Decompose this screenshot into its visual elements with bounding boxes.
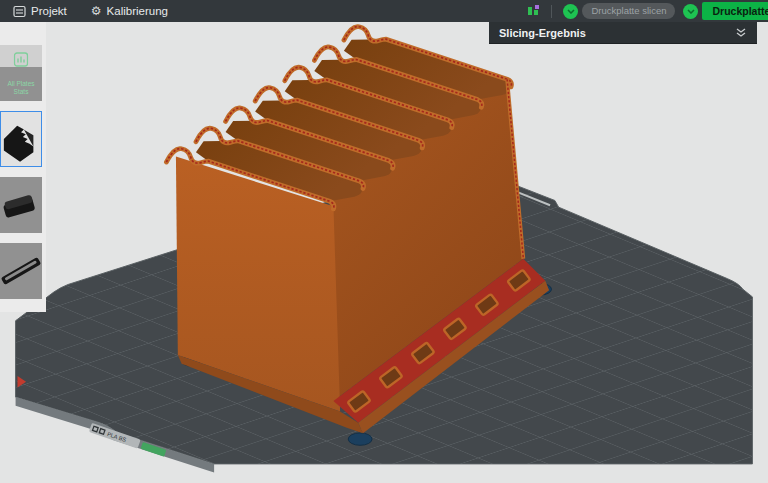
- project-icon: [13, 5, 26, 18]
- menu-calibration-label: Kalibrierung: [107, 5, 168, 17]
- slice-plate-button[interactable]: Druckplatte slicen: [582, 3, 675, 19]
- gear-icon: ⚙: [91, 5, 102, 17]
- double-chevron-down-icon: [735, 28, 747, 38]
- topbar-actions: Druckplatte slicen Druckplatte drucken: [526, 0, 768, 22]
- viewport-3d[interactable]: PLA BS: [0, 22, 768, 483]
- menu-calibration[interactable]: ⚙ Kalibrierung: [91, 5, 168, 17]
- thumbnail-plate-2[interactable]: [0, 177, 42, 233]
- thumbnail-plate-3[interactable]: [0, 243, 42, 299]
- organizer-model-icon: [1, 112, 41, 166]
- menu-project-label: Projekt: [31, 5, 67, 17]
- divider: [551, 5, 552, 18]
- slicer-app: { "topbar": { "project_label": "Projekt"…: [0, 0, 768, 483]
- foot-front: [348, 433, 372, 445]
- print-button-group: Druckplatte drucken: [683, 2, 768, 20]
- plate-status-icon: [526, 3, 540, 19]
- lid-model-icon: [0, 177, 42, 233]
- print-plate-button[interactable]: Druckplatte drucken: [702, 2, 768, 20]
- slicing-result-title: Slicing-Ergebnis: [499, 27, 586, 39]
- stats-chart-icon: [14, 52, 29, 71]
- slicing-result-panel[interactable]: Slicing-Ergebnis: [489, 22, 757, 44]
- stats-thumb-label: All Plates Stats: [0, 80, 42, 96]
- slice-options-chevron-button[interactable]: [563, 4, 578, 19]
- menu-project[interactable]: Projekt: [13, 5, 67, 18]
- top-menu-bar: Projekt ⚙ Kalibrierung Druckplatte slice…: [0, 0, 768, 22]
- thumbnail-all-plates-stats[interactable]: All Plates Stats: [0, 45, 42, 101]
- slice-button-group: Druckplatte slicen: [563, 3, 675, 19]
- plate-thumbnail-sidebar: All Plates Stats: [0, 22, 46, 312]
- print-options-chevron-button[interactable]: [683, 4, 698, 19]
- thumbnail-plate-1-selected[interactable]: [0, 111, 42, 167]
- panel-collapse-button[interactable]: [735, 28, 747, 38]
- rail-model-icon: [0, 243, 42, 299]
